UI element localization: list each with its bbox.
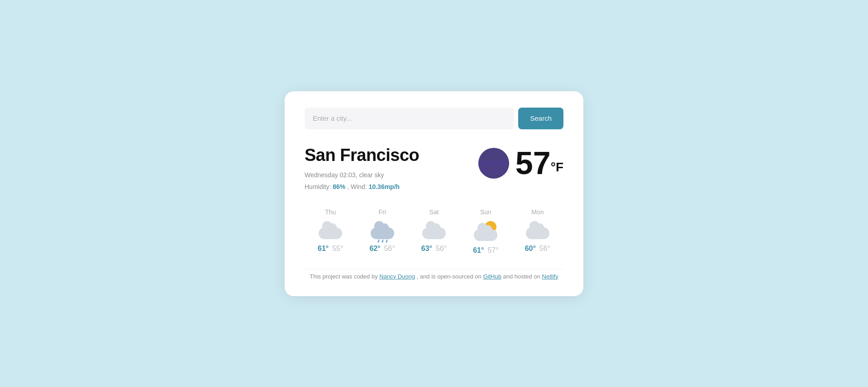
forecast-icon-mon: [526, 221, 549, 239]
weather-description: Wednesday 02:03, clear sky: [305, 171, 419, 179]
low-mon: 56°: [539, 245, 550, 253]
weather-card: Search San Francisco Wednesday 02:03, cl…: [285, 91, 583, 296]
current-temperature: 57°F: [515, 147, 563, 179]
wind-label: ,: [347, 183, 351, 190]
high-sat: 63°: [421, 245, 432, 253]
temp-unit: °F: [551, 160, 563, 174]
footer-text-mid2b: and hosted on: [503, 273, 540, 280]
forecast-icon-thu: [319, 221, 342, 239]
humidity-label: Humidity:: [305, 183, 331, 190]
forecast-temps-thu: 61° 55°: [318, 245, 343, 253]
day-label-sat: Sat: [429, 208, 439, 216]
footer-github-link[interactable]: GitHub: [483, 273, 501, 280]
footer: This project was coded by Nancy Duong , …: [305, 269, 563, 280]
wind-value: 10.36mp/h: [369, 183, 400, 190]
humidity-value: 86%: [333, 183, 345, 190]
forecast-day-sun: Sun 61° 57°: [460, 208, 511, 255]
forecast-temps-sat: 63° 56°: [421, 245, 447, 253]
footer-text-mid1: , and is open-sourced on: [417, 273, 482, 280]
day-label-sun: Sun: [480, 208, 491, 216]
low-thu: 55°: [332, 245, 343, 253]
forecast-temps-sun: 61° 57°: [473, 246, 498, 255]
search-button[interactable]: Search: [518, 108, 563, 129]
current-weather-section: San Francisco Wednesday 02:03, clear sky…: [305, 146, 563, 190]
weather-meta: Humidity: 86% , Wind: 10.36mp/h: [305, 183, 419, 190]
forecast-icon-sun: [474, 221, 497, 241]
low-fri: 56°: [384, 245, 395, 253]
high-mon: 60°: [525, 245, 536, 253]
forecast-icon-sat: [422, 221, 446, 239]
high-fri: 62°: [369, 245, 380, 253]
temp-value: 57: [515, 146, 551, 181]
footer-netlify-link[interactable]: Netlify: [542, 273, 558, 280]
city-name: San Francisco: [305, 146, 419, 165]
forecast-temps-fri: 62° 56°: [369, 245, 395, 253]
city-search-input[interactable]: [305, 108, 514, 129]
low-sat: 56°: [436, 245, 447, 253]
wind-label-text: Wind:: [351, 183, 367, 190]
day-label-fri: Fri: [378, 208, 386, 216]
current-weather-icon: [478, 148, 509, 179]
forecast-icon-fri: [371, 221, 394, 239]
high-sun: 61°: [473, 246, 484, 255]
footer-text-before: This project was coded by: [310, 273, 377, 280]
day-label-mon: Mon: [531, 208, 544, 216]
search-row: Search: [305, 108, 563, 129]
forecast-day-thu: Thu 61° 55°: [305, 208, 356, 255]
forecast-day-sat: Sat 63° 56°: [408, 208, 460, 255]
forecast-temps-mon: 60° 56°: [525, 245, 550, 253]
temp-icon-section: 57°F: [478, 147, 563, 179]
city-info: San Francisco Wednesday 02:03, clear sky…: [305, 146, 419, 190]
day-label-thu: Thu: [325, 208, 336, 216]
low-sun: 57°: [487, 246, 498, 255]
forecast-day-mon: Mon 60° 56°: [512, 208, 563, 255]
high-thu: 61°: [318, 245, 329, 253]
forecast-day-fri: Fri 62° 56°: [356, 208, 408, 255]
footer-author-link[interactable]: Nancy Duong: [379, 273, 415, 280]
forecast-row: Thu 61° 55° Fri 62° 56°: [305, 205, 563, 255]
